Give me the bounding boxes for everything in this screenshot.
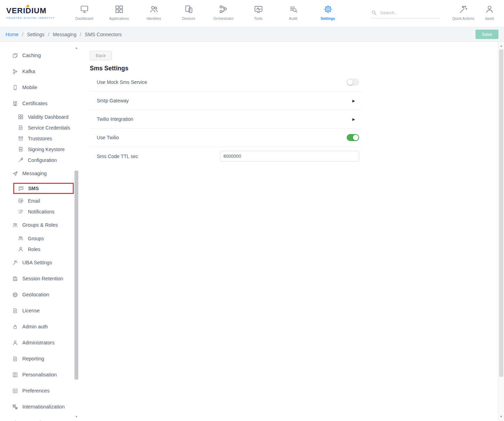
sidebar-item-validity-dashboard[interactable]: Validity Dashboard <box>0 111 80 122</box>
sidebar-item-session-retention[interactable]: Session Retention <box>0 271 80 287</box>
sidebar-item-label: UBA Settings <box>22 260 52 265</box>
breadcrumb-home[interactable]: Home <box>6 32 18 37</box>
nav-identities[interactable]: Identities <box>136 0 171 27</box>
session-retention-icon <box>12 276 18 282</box>
sidebar-item-certificates[interactable]: Certificates <box>0 95 80 111</box>
dashboard-icon <box>80 5 89 14</box>
sidebar-scrollbar-thumb[interactable] <box>74 171 78 380</box>
back-button[interactable]: Back <box>90 51 112 60</box>
sidebar-item-configuration[interactable]: Configuration <box>0 155 80 165</box>
sidebar-item-roles[interactable]: Roles <box>0 244 80 255</box>
main-content: Back Sms Settings Use Mock Sms Service S… <box>80 42 498 421</box>
magic-wand-icon <box>459 5 468 14</box>
sidebar-item-mobile[interactable]: Mobile <box>0 79 80 95</box>
nav-audit-label: Audit <box>289 16 297 21</box>
sidebar-item-signing-keystore[interactable]: Signing Keystore <box>0 144 80 155</box>
nav-audit[interactable]: Audit <box>276 0 310 27</box>
search-input[interactable] <box>380 10 432 15</box>
setting-row-smtp-gateway[interactable]: Smtp Gateway ▶ <box>90 92 362 110</box>
breadcrumb-separator: / <box>48 32 49 37</box>
validity-dashboard-icon <box>18 114 24 120</box>
nav-tools[interactable]: Tools <box>241 0 276 27</box>
breadcrumb-messaging[interactable]: Messaging <box>53 32 77 37</box>
sidebar-item-label: Service Credentials <box>28 125 70 131</box>
sidebar-item-caching[interactable]: Caching <box>0 47 80 63</box>
sidebar-item-internationalization[interactable]: Internationalization <box>0 399 80 415</box>
nav-applications-label: Applications <box>109 16 129 21</box>
sidebar-scroll-up-arrow[interactable]: ▲ <box>74 46 79 50</box>
sidebar-item-administrators[interactable]: Administrators <box>0 335 80 351</box>
sidebar-item-kafka[interactable]: Kafka <box>0 63 80 79</box>
nav-orchestrator-label: Orchestrator <box>213 16 234 21</box>
nav-devices[interactable]: Devices <box>171 0 206 27</box>
quick-actions-button[interactable]: Quick Actions <box>448 0 478 21</box>
internationalization-icon <box>12 404 18 410</box>
nav-dashboard-label: Dashboard <box>75 16 93 21</box>
nav-orchestrator[interactable]: Orchestrator <box>206 0 241 27</box>
sidebar-item-messaging[interactable]: Messaging <box>0 165 80 181</box>
search-icon[interactable] <box>371 10 377 16</box>
sidebar-item-label: Reporting <box>22 356 44 361</box>
sidebar-item-email[interactable]: Email <box>0 195 80 206</box>
header-right-cluster: Quick Actions david <box>371 0 504 27</box>
external-pin-icon <box>12 420 18 421</box>
sidebar-item-sms[interactable]: SMS <box>13 183 74 194</box>
sidebar-item-label: Personalisation <box>22 372 57 377</box>
use-mock-sms-service-toggle[interactable] <box>347 79 359 86</box>
settings-sidebar: Caching Kafka Mobile Certificates Validi… <box>0 42 80 421</box>
sidebar-item-label: Caching <box>22 53 41 58</box>
nav-dashboard[interactable]: Dashboard <box>67 0 102 27</box>
sidebar-item-service-credentials[interactable]: Service Credentials <box>0 122 80 133</box>
nav-settings[interactable]: Settings <box>310 0 345 27</box>
breadcrumb-separator: / <box>80 32 81 37</box>
sidebar-item-geolocation[interactable]: Geolocation <box>0 287 80 303</box>
sidebar-item-label: Truststores <box>28 136 52 141</box>
email-icon <box>18 198 24 204</box>
kafka-icon <box>12 69 18 75</box>
sidebar-item-label: Validity Dashboard <box>28 114 68 120</box>
sidebar-item-label: Geolocation <box>22 292 49 297</box>
sidebar-item-groups[interactable]: Groups <box>0 233 80 244</box>
sidebar-item-label: Kafka <box>22 69 35 74</box>
service-credentials-icon <box>18 125 24 131</box>
sidebar-item-label: Groups <box>28 236 44 241</box>
use-twilio-toggle[interactable] <box>347 134 359 141</box>
sidebar-item-preferences[interactable]: Preferences <box>0 383 80 399</box>
page-title: Sms Settings <box>90 65 498 72</box>
user-avatar-icon <box>485 5 494 14</box>
top-header: VERIDIUM TRUSTED DIGITAL IDENTITY Dashbo… <box>0 0 504 27</box>
messaging-icon <box>12 171 18 177</box>
logo-tagline: TRUSTED DIGITAL IDENTITY <box>6 16 67 20</box>
user-menu[interactable]: david <box>478 0 501 21</box>
setting-row-sms-code-ttl: Sms Code TTL sec <box>90 147 362 165</box>
sidebar-list: Caching Kafka Mobile Certificates Validi… <box>0 42 80 421</box>
sidebar-item-admin-auth[interactable]: Admin auth <box>0 319 80 335</box>
toggle-knob <box>353 135 359 140</box>
sidebar-scroll-down-arrow[interactable]: ▼ <box>74 415 79 419</box>
sidebar-item-label: Roles <box>28 247 40 252</box>
veridium-logo: VERIDIUM TRUSTED DIGITAL IDENTITY <box>0 0 67 27</box>
sms-code-ttl-input[interactable] <box>220 151 359 162</box>
sidebar-item-notifications[interactable]: Notifications <box>0 206 80 217</box>
sidebar-item-license[interactable]: License <box>0 303 80 319</box>
quick-actions-label: Quick Actions <box>452 16 474 21</box>
truststores-icon <box>18 135 24 141</box>
logo-brand-name: VERIDIUM <box>6 6 47 15</box>
page-scroll-down-arrow[interactable]: ▼ <box>498 414 504 420</box>
breadcrumb-settings[interactable]: Settings <box>27 32 45 37</box>
nav-applications[interactable]: Applications <box>102 0 136 27</box>
sidebar-item-truststores[interactable]: Truststores <box>0 133 80 144</box>
sidebar-item-label: Configuration <box>28 157 57 163</box>
save-button[interactable]: Save <box>475 30 498 39</box>
page-scrollbar-thumb[interactable] <box>499 49 503 377</box>
orchestrator-icon <box>219 5 228 14</box>
sidebar-item-label: Preferences <box>22 388 49 393</box>
sidebar-item-reporting[interactable]: Reporting <box>0 351 80 367</box>
notifications-icon <box>18 209 24 215</box>
sidebar-item-personalisation[interactable]: Personalisation <box>0 367 80 383</box>
setting-row-twilio-integration[interactable]: Twilio Integration ▶ <box>90 110 362 128</box>
sidebar-item-uba-settings[interactable]: UBA Settings <box>0 255 80 271</box>
sidebar-item-groups-roles[interactable]: Groups & Roles <box>0 217 80 233</box>
sidebar-item-external-pin[interactable]: External PIN <box>0 415 80 421</box>
page-scroll-up-arrow[interactable]: ▲ <box>498 43 504 49</box>
